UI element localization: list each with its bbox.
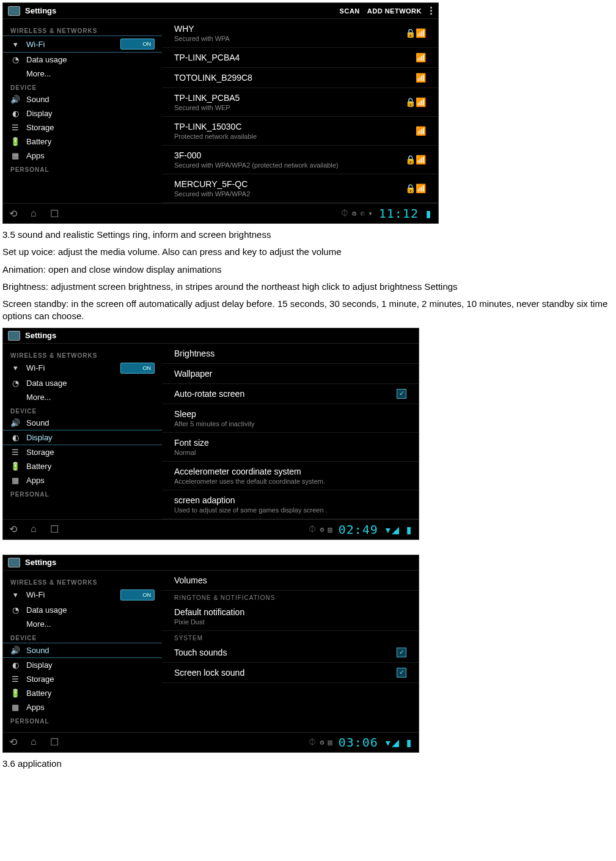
setting-font-size[interactable]: Font sizeNormal [162,433,419,462]
sidebar-item-apps[interactable]: ▦Apps [3,473,162,487]
screenshot-wifi-settings: Settings SCAN ADD NETWORK WIRELESS & NET… [2,2,439,224]
screenshot-sound-settings: Settings WIRELESS & NETWORKS ▾Wi-FiON ◔D… [2,555,419,753]
network-row[interactable]: TP-LINK_PCBA5Secured with WEP🔒📶 [162,88,438,117]
sidebar-item-sound[interactable]: 🔊Sound [3,92,162,106]
recents-icon[interactable]: ☐ [50,208,59,220]
setting-accelerometer[interactable]: Accelerometer coordinate systemAccelerom… [162,462,419,490]
back-icon[interactable]: ⟲ [9,523,17,535]
sidebar-item-label: Apps [26,151,45,160]
sidebar-item-sound[interactable]: 🔊Sound [3,643,162,658]
wifi-toggle[interactable]: ON [120,39,155,50]
wifi-toggle[interactable]: ON [120,363,155,374]
display-icon: ◐ [10,660,20,670]
setting-default-notification[interactable]: Default notificationPixie Dust [162,602,419,631]
settings-sidebar: WIRELESS & NETWORKS ▾ Wi-Fi ON ◔ Data us… [3,19,162,203]
network-row[interactable]: 3F-000Secured with WPA/WPA2 (protected n… [162,146,438,174]
sidebar-item-apps[interactable]: ▦Apps [3,700,162,714]
back-icon[interactable]: ⟲ [9,208,17,220]
setting-sleep[interactable]: SleepAfter 5 minutes of inactivity [162,404,419,433]
titlebar: Settings [3,555,419,570]
sidebar-item-data-usage[interactable]: ◔Data usage [3,376,162,390]
sidebar-item-display[interactable]: ◐Display [3,658,162,672]
wifi-signal-icon: 📶 [416,126,426,136]
sidebar-item-storage[interactable]: ☰Storage [3,120,162,135]
wifi-locked-icon: 🔒📶 [405,155,426,164]
debug-icon: ⚙ [320,525,324,534]
apps-icon: ▦ [10,151,20,160]
sidebar-item-storage[interactable]: ☰Storage [3,445,162,459]
network-security: Secured with WPA/WPA2 [174,190,250,198]
network-row[interactable]: MERCURY_5F-QCSecured with WPA/WPA2🔒📶 [162,174,438,203]
scan-button[interactable]: SCAN [340,7,360,15]
setting-screen-adaption[interactable]: screen adaptionUsed to adjust size of so… [162,490,419,519]
wifi-networks-list: WHYSecured with WPA🔒📶 TP-LINK_PCBA4📶 TOT… [162,19,438,203]
storage-icon: ☰ [10,123,20,132]
speaker-icon: 🔊 [10,95,20,104]
wifi-toggle[interactable]: ON [120,589,155,600]
recents-icon[interactable]: ☐ [50,523,59,535]
battery-status-icon: ▮ [405,522,413,537]
setting-auto-rotate[interactable]: Auto-rotate screen✓ [162,384,419,404]
sidebar-item-sound[interactable]: 🔊Sound [3,416,162,430]
network-row[interactable]: TP-LINK_15030CProtected network availabl… [162,117,438,146]
sidebar-item-battery[interactable]: 🔋Battery [3,686,162,700]
category-system: SYSTEM [162,631,419,643]
setting-wallpaper[interactable]: Wallpaper [162,364,419,384]
sidebar-item-display[interactable]: ◐Display [3,430,162,445]
doc-paragraph: 3.6 application [0,755,616,772]
recents-icon[interactable]: ☐ [50,736,59,748]
back-icon[interactable]: ⟲ [9,736,17,748]
overflow-menu-icon[interactable] [429,6,433,16]
sidebar-item-more[interactable]: More... [3,617,162,631]
sidebar-item-display[interactable]: ◐Display [3,106,162,120]
setting-brightness[interactable]: Brightness [162,344,419,364]
battery-icon: 🔋 [10,137,20,146]
usb-icon: ⏀ [341,209,348,218]
checkbox-icon[interactable]: ✓ [397,648,406,657]
wifi-signal-icon: 📶 [416,73,426,83]
sidebar-header-device: DEVICE [3,631,162,643]
sidebar-item-wifi[interactable]: ▾Wi-FiON [3,360,162,376]
checkbox-icon[interactable]: ✓ [397,389,406,399]
doc-paragraph: Screen standby: in the screen off automa… [0,295,616,325]
network-row[interactable]: TP-LINK_PCBA4📶 [162,48,438,68]
setting-screen-lock-sound[interactable]: Screen lock sound✓ [162,663,419,683]
checkbox-icon[interactable]: ✓ [397,668,406,678]
network-name: TP-LINK_PCBA4 [174,53,240,62]
display-icon: ◐ [10,109,20,118]
wifi-status-icon: ▾ [369,209,373,218]
sidebar-item-more[interactable]: More... [3,67,162,81]
sidebar-item-battery[interactable]: 🔋Battery [3,459,162,473]
sidebar-item-label: Storage [26,448,54,457]
add-network-button[interactable]: ADD NETWORK [367,7,422,15]
wifi-locked-icon: 🔒📶 [405,28,426,38]
sidebar-item-label: Display [26,660,53,670]
sidebar-item-apps[interactable]: ▦Apps [3,149,162,163]
sidebar-item-wifi[interactable]: ▾Wi-FiON [3,587,162,603]
doc-paragraph: Set up voice: adjust the media volume. A… [0,243,616,261]
home-icon[interactable]: ⌂ [31,736,37,748]
setting-touch-sounds[interactable]: Touch sounds✓ [162,643,419,663]
network-security: Protected network available [174,133,257,140]
apps-icon: ▦ [10,703,20,712]
network-row[interactable]: WHYSecured with WPA🔒📶 [162,19,438,48]
sidebar-item-more[interactable]: More... [3,390,162,404]
sidebar-item-storage[interactable]: ☰Storage [3,672,162,686]
home-icon[interactable]: ⌂ [31,523,37,535]
status-time: 02:49 [339,522,378,537]
storage-icon: ☰ [10,448,20,457]
sidebar-item-battery[interactable]: 🔋Battery [3,135,162,149]
home-icon[interactable]: ⌂ [31,208,37,220]
display-settings-list: Brightness Wallpaper Auto-rotate screen✓… [162,344,419,519]
settings-sidebar: WIRELESS & NETWORKS ▾Wi-FiON ◔Data usage… [3,344,162,519]
sidebar-item-data-usage[interactable]: ◔Data usage [3,603,162,617]
sidebar-item-label: Display [26,433,53,442]
network-row[interactable]: TOTOLINK_B299C8📶 [162,68,438,88]
battery-icon: 🔋 [10,689,20,698]
setting-volumes[interactable]: Volumes [162,571,419,591]
sidebar-header-personal: PERSONAL [3,163,162,174]
sidebar-item-label: Data usage [26,605,67,615]
wifi-icon: ▾ [10,363,20,372]
sidebar-item-data-usage[interactable]: ◔ Data usage [3,53,162,67]
sidebar-item-wifi[interactable]: ▾ Wi-Fi ON [3,35,162,53]
